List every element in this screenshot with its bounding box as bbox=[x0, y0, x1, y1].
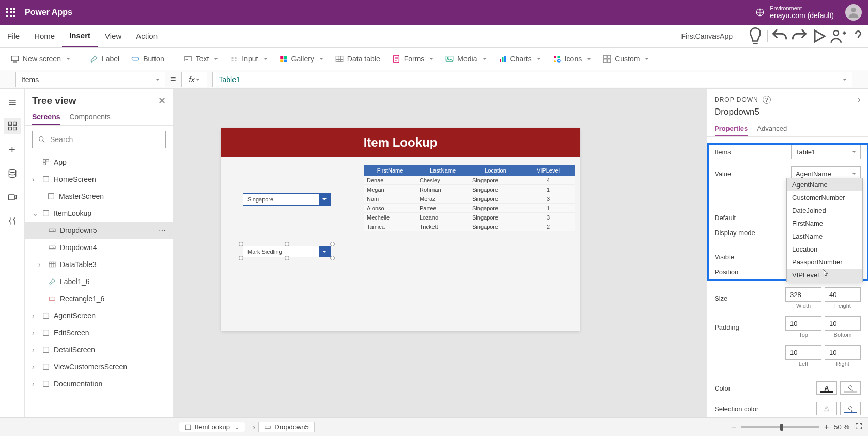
menu-action[interactable]: Action bbox=[129, 25, 165, 47]
help-icon[interactable] bbox=[848, 25, 868, 48]
environment-value: enayu.com (default) bbox=[770, 11, 834, 20]
formula-input[interactable]: Table1 bbox=[212, 72, 853, 87]
value-dropdown-options[interactable]: AgentNameCustomerNumberDateJoinedFirstNa… bbox=[786, 178, 863, 282]
charts-button[interactable]: Charts bbox=[493, 52, 546, 66]
col-lastname: LastName bbox=[416, 167, 469, 174]
prop-padding-right[interactable]: 10 bbox=[825, 345, 861, 360]
tree-node-detailscreen[interactable]: ›DetailScreen bbox=[25, 341, 173, 358]
resize-handle[interactable] bbox=[285, 256, 289, 260]
svg-rect-36 bbox=[43, 210, 49, 216]
prop-size-width[interactable]: 328 bbox=[785, 287, 822, 302]
value-option[interactable]: Location bbox=[787, 243, 862, 256]
menu-insert[interactable]: Insert bbox=[62, 25, 98, 47]
prop-padding-top[interactable]: 10 bbox=[785, 316, 822, 331]
canvas-dropdown1[interactable]: Singapore bbox=[243, 193, 331, 206]
rail-media-icon[interactable] bbox=[4, 189, 21, 206]
forms-button[interactable]: Forms bbox=[386, 52, 439, 66]
tree-node-editscreen[interactable]: ›EditScreen bbox=[25, 324, 173, 341]
rail-advanced-tools-icon[interactable] bbox=[4, 213, 21, 229]
canvas-dropdown2-selected[interactable]: Mark Siedling bbox=[241, 244, 333, 258]
tree-close-icon[interactable]: ✕ bbox=[158, 95, 166, 106]
input-button[interactable]: Input bbox=[224, 52, 272, 66]
environment-selector[interactable]: Environment enayu.com (default) bbox=[755, 5, 834, 20]
app-checker-icon[interactable] bbox=[746, 25, 765, 48]
canvas-area[interactable]: Item Lookup Singapore Mark Siedling bbox=[174, 89, 707, 417]
icons-button[interactable]: Icons bbox=[547, 52, 596, 66]
tree-node-dropdown5[interactable]: Dropdown5⋯ bbox=[25, 222, 173, 239]
prop-padding-bottom[interactable]: 10 bbox=[825, 316, 861, 331]
new-screen-button[interactable]: New screen bbox=[5, 52, 75, 66]
rail-tree-view-icon[interactable] bbox=[4, 118, 21, 134]
fit-to-window-icon[interactable] bbox=[855, 422, 863, 432]
button-button[interactable]: Button bbox=[126, 52, 169, 66]
tree-search-input[interactable]: Search bbox=[32, 131, 166, 148]
label-button[interactable]: Label bbox=[84, 52, 125, 66]
property-selector[interactable]: Items bbox=[16, 72, 165, 87]
play-icon[interactable] bbox=[809, 25, 829, 48]
tab-components[interactable]: Components bbox=[69, 110, 110, 125]
menu-view[interactable]: View bbox=[98, 25, 129, 47]
tree-node-dropdown4[interactable]: Dropdown4 bbox=[25, 239, 173, 256]
custom-button[interactable]: Custom bbox=[597, 52, 654, 66]
menu-home[interactable]: Home bbox=[27, 25, 62, 47]
value-option[interactable]: CustomerNumber bbox=[787, 191, 862, 204]
data-table-button[interactable]: Data table bbox=[330, 52, 385, 66]
zoom-in-button[interactable]: + bbox=[824, 423, 829, 432]
value-option[interactable]: FirstName bbox=[787, 217, 862, 230]
user-avatar[interactable] bbox=[845, 4, 862, 21]
tree-node-documentation[interactable]: ›Documentation bbox=[25, 375, 173, 392]
tree-node-rectangle1-6[interactable]: Rectangle1_6 bbox=[25, 290, 173, 307]
tree-node-homescreen[interactable]: ›HomeScreen bbox=[25, 170, 173, 188]
tab-properties[interactable]: Properties bbox=[715, 121, 748, 136]
prop-padding-left[interactable]: 10 bbox=[785, 345, 822, 360]
rail-data-icon[interactable] bbox=[4, 165, 21, 182]
screen-preview: Item Lookup Singapore Mark Siedling bbox=[221, 128, 580, 331]
rail-hamburger-icon[interactable] bbox=[4, 94, 21, 111]
tree-node-masterscreen[interactable]: MasterScreen bbox=[25, 188, 173, 205]
more-icon[interactable]: ⋯ bbox=[159, 226, 167, 235]
prop-items-select[interactable]: Table1 bbox=[791, 145, 861, 159]
gallery-button[interactable]: Gallery bbox=[274, 52, 329, 66]
app-icon bbox=[41, 158, 51, 167]
tree-node-label1-6[interactable]: Label1_6 bbox=[25, 273, 173, 290]
value-option[interactable]: DateJoined bbox=[787, 204, 862, 217]
tree-node-itemlookup[interactable]: ⌄ItemLookup bbox=[25, 205, 173, 222]
tree-node-agentscreen[interactable]: ›AgentScreen bbox=[25, 307, 173, 324]
svg-rect-34 bbox=[43, 176, 49, 182]
resize-handle[interactable] bbox=[330, 242, 335, 246]
prop-selection-font-color[interactable]: A bbox=[816, 402, 837, 415]
resize-handle[interactable] bbox=[330, 256, 335, 260]
zoom-out-button[interactable]: − bbox=[732, 423, 736, 432]
rail-insert-icon[interactable]: + bbox=[4, 142, 21, 158]
tab-advanced[interactable]: Advanced bbox=[757, 121, 787, 136]
prop-selection-fill-color[interactable] bbox=[840, 402, 861, 415]
tree-node-datatable3[interactable]: ›DataTable3 bbox=[25, 256, 173, 273]
tab-screens[interactable]: Screens bbox=[32, 110, 60, 125]
prop-fill-color[interactable] bbox=[840, 381, 861, 395]
value-option[interactable]: AgentName bbox=[787, 178, 862, 191]
info-icon[interactable]: ? bbox=[763, 96, 771, 104]
col-location: Location bbox=[469, 167, 522, 174]
value-option[interactable]: PassportNumber bbox=[787, 256, 862, 269]
fx-button[interactable]: fx bbox=[181, 72, 207, 87]
tree-node-app[interactable]: App bbox=[25, 153, 173, 170]
value-option[interactable]: LastName bbox=[787, 230, 862, 243]
prop-selection-color-label: Selection color bbox=[715, 405, 791, 413]
text-button[interactable]: Text bbox=[178, 52, 224, 66]
prop-size-height[interactable]: 40 bbox=[825, 287, 861, 302]
resize-handle[interactable] bbox=[239, 242, 243, 246]
app-launcher-icon[interactable] bbox=[6, 8, 16, 17]
prop-font-color[interactable]: A bbox=[816, 381, 837, 395]
expand-icon[interactable]: › bbox=[858, 94, 861, 105]
menu-file[interactable]: File bbox=[0, 25, 27, 47]
breadcrumb-control[interactable]: Dropdown5 bbox=[258, 422, 315, 432]
breadcrumb-screen[interactable]: ItemLookup ⌄ bbox=[179, 422, 245, 432]
undo-icon[interactable] bbox=[770, 25, 789, 48]
share-icon[interactable] bbox=[829, 25, 848, 48]
media-button[interactable]: Media bbox=[440, 52, 491, 66]
zoom-slider[interactable] bbox=[741, 426, 819, 428]
redo-icon[interactable] bbox=[789, 25, 809, 48]
resize-handle[interactable] bbox=[239, 256, 243, 260]
tree-node-viewcustomersscreen[interactable]: ›ViewCustomersScreen bbox=[25, 358, 173, 375]
resize-handle[interactable] bbox=[285, 242, 289, 246]
